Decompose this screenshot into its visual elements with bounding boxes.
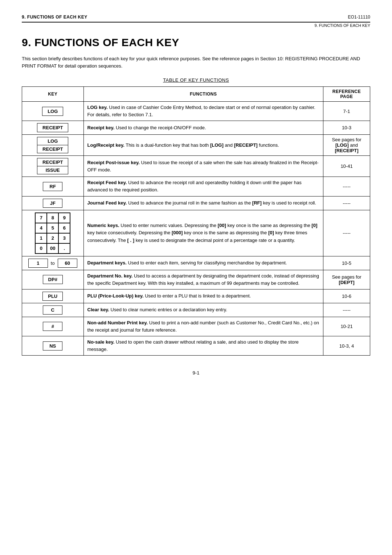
- function-description: Clear key. Used to clear numeric entries…: [83, 303, 323, 317]
- page-number: 9-1: [193, 370, 200, 376]
- table-row: JFJournal Feed key. Used to advance the …: [22, 196, 370, 210]
- numpad-key: 5: [47, 223, 58, 233]
- function-description: Department No. key. Used to access a dep…: [83, 270, 323, 289]
- header-doc-number: EO1-11110: [348, 15, 370, 20]
- key-bottom-label: ISSUE: [37, 166, 68, 174]
- reference-page: 10-6: [323, 289, 370, 303]
- key-functions-table: KEY FUNCTIONS REFERENCEPAGE LOGLOG key. …: [22, 86, 370, 356]
- page-footer: 9-1: [22, 370, 370, 376]
- table-title: TABLE OF KEY FUNCTIONS: [22, 77, 370, 83]
- numpad-key: 7: [35, 213, 47, 223]
- table-row: RECEIPTReceipt key. Used to change the r…: [22, 121, 370, 135]
- reference-page: 10-41: [323, 156, 370, 177]
- dept-key-row: 1 to 60: [26, 259, 80, 268]
- table-row: NSNo-sale key. Used to open the cash dra…: [22, 336, 370, 356]
- key-cell: LOGRECEIPT: [22, 135, 84, 156]
- key-cell: #: [22, 317, 84, 336]
- table-row: CClear key. Used to clear numeric entrie…: [22, 303, 370, 317]
- reference-page: 10-3: [323, 121, 370, 135]
- key-button: RF: [43, 182, 62, 191]
- dept-range-to-label: to: [51, 260, 55, 266]
- key-cell: JF: [22, 196, 84, 210]
- reference-page: -----: [323, 196, 370, 210]
- dept-key-from: 1: [28, 259, 48, 268]
- table-row: #Non-add Number Print key. Used to print…: [22, 317, 370, 336]
- key-button: RECEIPT: [37, 123, 68, 132]
- numpad-key: 00: [47, 243, 58, 254]
- table-row: DP#Department No. key. Used to access a …: [22, 270, 370, 289]
- function-description: Non-add Number Print key. Used to print …: [83, 317, 323, 336]
- key-button: PLU: [42, 292, 63, 301]
- function-description: Receipt Feed key. Used to advance the re…: [83, 177, 323, 196]
- page: 9. FUNCTIONS OF EACH KEY EO1-11110 9. FU…: [0, 0, 392, 555]
- dept-key-to: 60: [58, 259, 77, 268]
- key-top-label: LOG: [37, 137, 68, 145]
- reference-page: 10-21: [323, 317, 370, 336]
- key-button: C: [43, 305, 62, 315]
- table-row: LOGRECEIPTLog/Receipt key. This is a dua…: [22, 135, 370, 156]
- table-header-row: KEY FUNCTIONS REFERENCEPAGE: [22, 87, 370, 102]
- page-header: 9. FUNCTIONS OF EACH KEY EO1-11110: [22, 15, 370, 23]
- col-header-reference: REFERENCEPAGE: [323, 87, 370, 102]
- numpad-key: 3: [58, 233, 70, 243]
- table-row: RECEIPTISSUEReceipt Post-issue key. Used…: [22, 156, 370, 177]
- key-cell: RF: [22, 177, 84, 196]
- reference-page: 10-5: [323, 256, 370, 270]
- reference-page: See pages for[DEPT]: [323, 270, 370, 289]
- key-cell: 1 to 60: [22, 256, 84, 270]
- numpad-key: 6: [58, 223, 70, 233]
- intro-paragraph: This section briefly describes functions…: [22, 55, 370, 69]
- table-row: LOGLOG key. Used in case of Cashier Code…: [22, 102, 370, 121]
- key-button: NS: [43, 341, 62, 351]
- key-cell: C: [22, 303, 84, 317]
- numpad-key: 1: [35, 233, 47, 243]
- reference-page: -----: [323, 177, 370, 196]
- function-description: Numeric keys. Used to enter numeric valu…: [83, 210, 323, 256]
- col-header-key: KEY: [22, 87, 84, 102]
- col-header-functions: FUNCTIONS: [83, 87, 323, 102]
- function-description: Log/Receipt key. This is a dual-function…: [83, 135, 323, 156]
- function-description: No-sale key. Used to open the cash drawe…: [83, 336, 323, 356]
- table-row: 789456123000.Numeric keys. Used to enter…: [22, 210, 370, 256]
- reference-page: -----: [323, 210, 370, 256]
- sub-header: 9. FUNCTIONS OF EACH KEY: [22, 23, 370, 28]
- sub-header-label: 9. FUNCTIONS OF EACH KEY: [315, 23, 370, 28]
- reference-page: See pages for[LOG] and[RECEIPT]: [323, 135, 370, 156]
- numpad-key: .: [58, 243, 70, 254]
- key-cell: NS: [22, 336, 84, 356]
- numpad-key: 9: [58, 213, 70, 223]
- function-description: Journal Feed key. Used to advance the jo…: [83, 196, 323, 210]
- key-button: DP#: [43, 275, 63, 284]
- key-button-double: LOGRECEIPT: [37, 137, 68, 153]
- key-cell: RECEIPT: [22, 121, 84, 135]
- key-cell: RECEIPTISSUE: [22, 156, 84, 177]
- reference-page: 10-3, 4: [323, 336, 370, 356]
- numeric-keypad: 789456123000.: [35, 212, 70, 254]
- key-button-double: RECEIPTISSUE: [37, 158, 68, 174]
- reference-page: 7-1: [323, 102, 370, 121]
- key-button: LOG: [42, 107, 63, 116]
- numpad-key: 2: [47, 233, 58, 243]
- table-row: 1 to 60 Department keys. Used to enter e…: [22, 256, 370, 270]
- numpad-key: 4: [35, 223, 47, 233]
- function-description: Department keys. Used to enter each item…: [83, 256, 323, 270]
- function-description: LOG key. Used in case of Cashier Code En…: [83, 102, 323, 121]
- header-section-label: 9. FUNCTIONS OF EACH KEY: [22, 15, 87, 20]
- table-row: PLUPLU (Price-Look-Up) key. Used to ente…: [22, 289, 370, 303]
- key-cell: LOG: [22, 102, 84, 121]
- key-cell: PLU: [22, 289, 84, 303]
- key-cell: 789456123000.: [22, 210, 84, 256]
- numpad-key: 8: [47, 213, 58, 223]
- function-description: Receipt Post-issue key. Used to issue th…: [83, 156, 323, 177]
- numpad-key: 0: [35, 243, 47, 254]
- key-cell: DP#: [22, 270, 84, 289]
- key-bottom-label: RECEIPT: [37, 145, 68, 153]
- key-button: #: [43, 322, 62, 331]
- section-title: 9. FUNCTIONS OF EACH KEY: [22, 36, 370, 49]
- function-description: Receipt key. Used to change the receipt-…: [83, 121, 323, 135]
- function-description: PLU (Price-Look-Up) key. Used to enter a…: [83, 289, 323, 303]
- key-button: JF: [43, 199, 62, 208]
- table-row: RFReceipt Feed key. Used to advance the …: [22, 177, 370, 196]
- key-top-label: RECEIPT: [37, 158, 68, 166]
- reference-page: -----: [323, 303, 370, 317]
